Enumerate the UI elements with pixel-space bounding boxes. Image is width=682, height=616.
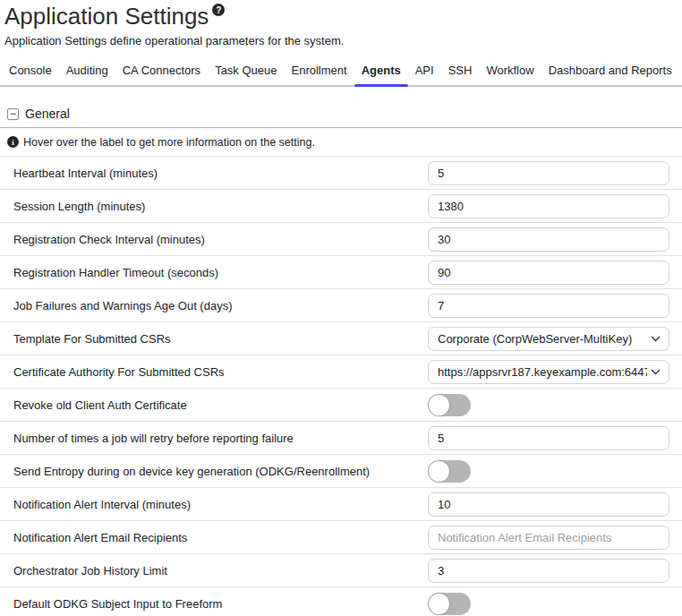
collapse-toggle-icon[interactable]: − <box>7 108 19 120</box>
info-icon: i <box>7 136 19 148</box>
table-row: Job Failures and Warnings Age Out (days) <box>0 289 682 322</box>
tab-agents[interactable]: Agents <box>354 58 408 85</box>
setting-label: Job Failures and Warnings Age Out (days) <box>0 299 428 312</box>
general-section-header: − General <box>0 102 682 128</box>
revoke-client-auth-toggle[interactable] <box>428 394 471 416</box>
table-row: Certificate Authority For Submitted CSRs… <box>0 355 682 389</box>
send-entropy-toggle[interactable] <box>428 460 471 483</box>
section-title: General <box>25 107 70 121</box>
notification-alert-email-input[interactable] <box>428 526 669 550</box>
page-header: Application Settings ? Application Setti… <box>0 0 682 47</box>
tab-auditing[interactable]: Auditing <box>59 58 115 85</box>
setting-label: Session Length (minutes) <box>0 200 428 213</box>
table-row: Revoke old Client Auth Certificate <box>0 389 682 422</box>
heartbeat-interval-input[interactable] <box>428 161 669 185</box>
session-length-input[interactable] <box>428 194 669 218</box>
table-row: Registration Handler Timeout (seconds) <box>0 256 682 289</box>
tab-console[interactable]: Console <box>2 58 59 85</box>
notification-alert-interval-input[interactable] <box>428 492 669 517</box>
tab-task-queue[interactable]: Task Queue <box>208 58 284 85</box>
table-row: Send Entropy during on device key genera… <box>0 455 682 488</box>
table-row: Session Length (minutes) <box>0 190 682 223</box>
table-row: Orchestrator Job History Limit <box>0 554 682 587</box>
tab-ssh[interactable]: SSH <box>441 58 480 85</box>
info-note-row: i Hover over the label to get more infor… <box>0 128 682 157</box>
toggle-knob <box>429 395 449 415</box>
chevron-down-icon <box>651 336 661 342</box>
setting-label: Default ODKG Subject Input to Freeform <box>0 597 428 611</box>
info-note-text: Hover over the label to get more informa… <box>23 136 315 149</box>
job-failures-age-out-input[interactable] <box>428 294 669 318</box>
setting-label: Orchestrator Job History Limit <box>0 564 428 578</box>
setting-label: Notification Alert Interval (minutes) <box>0 498 428 511</box>
setting-label: Certificate Authority For Submitted CSRs <box>0 365 428 379</box>
registration-handler-timeout-input[interactable] <box>428 261 669 285</box>
page-title: Application Settings <box>4 3 209 30</box>
table-row: Number of times a job will retry before … <box>0 422 682 455</box>
table-row: Default ODKG Subject Input to Freeform <box>0 587 682 616</box>
setting-label: Registration Handler Timeout (seconds) <box>0 266 428 279</box>
setting-label: Registration Check Interval (minutes) <box>0 233 428 246</box>
page-subtitle: Application Settings define operational … <box>4 34 682 47</box>
settings-list: Heartbeat Interval (minutes) Session Len… <box>0 157 682 616</box>
toggle-knob <box>429 461 449 482</box>
table-row: Heartbeat Interval (minutes) <box>0 157 682 190</box>
setting-label: Template For Submitted CSRs <box>0 332 428 346</box>
settings-tab-bar: Console Auditing CA Connectors Task Queu… <box>0 58 682 87</box>
tab-enrollment[interactable]: Enrollment <box>285 58 354 85</box>
tab-dashboard-and-reports[interactable]: Dashboard and Reports <box>541 58 679 85</box>
tab-workflow[interactable]: Workflow <box>479 58 541 85</box>
tab-ca-connectors[interactable]: CA Connectors <box>115 58 208 85</box>
setting-label: Send Entropy during on device key genera… <box>0 465 428 478</box>
table-row: Template For Submitted CSRs Corporate (C… <box>0 322 682 355</box>
table-row: Notification Alert Email Recipients <box>0 521 682 554</box>
setting-label: Heartbeat Interval (minutes) <box>0 167 428 180</box>
tab-api[interactable]: API <box>408 58 441 85</box>
help-icon[interactable]: ? <box>212 4 225 16</box>
odkg-freeform-toggle[interactable] <box>428 593 471 615</box>
orchestrator-job-history-input[interactable] <box>428 559 669 583</box>
csr-certificate-authority-select[interactable]: https://appsrvr187.keyexample.com:6447\C… <box>428 360 669 384</box>
csr-template-select[interactable]: Corporate (CorpWebServer-MultiKey) <box>428 327 669 351</box>
registration-check-interval-input[interactable] <box>428 227 669 252</box>
job-retry-count-input[interactable] <box>428 426 669 450</box>
setting-label: Number of times a job will retry before … <box>0 432 428 445</box>
setting-label: Revoke old Client Auth Certificate <box>0 398 428 412</box>
table-row: Registration Check Interval (minutes) <box>0 223 682 256</box>
setting-label: Notification Alert Email Recipients <box>0 531 428 544</box>
table-row: Notification Alert Interval (minutes) <box>0 488 682 521</box>
toggle-knob <box>429 594 449 614</box>
chevron-down-icon <box>651 369 661 375</box>
